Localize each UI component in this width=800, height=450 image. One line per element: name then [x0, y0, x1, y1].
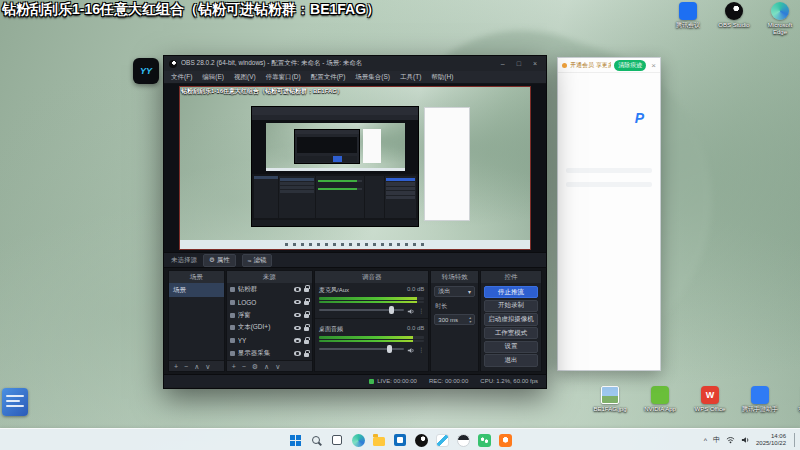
desktop-icon-tencent-meeting[interactable]: 腾讯会议: [670, 2, 706, 36]
clear-traces-button[interactable]: 清除痕迹: [614, 60, 646, 71]
spin-down-icon[interactable]: ▾: [469, 320, 471, 324]
minimize-button[interactable]: –: [497, 60, 509, 67]
control-button-obs[interactable]: 退出: [484, 354, 538, 366]
visibility-eye-icon[interactable]: [294, 287, 301, 292]
menu-item[interactable]: 场景集合(S): [350, 73, 395, 82]
desktop-icon-game-assistant[interactable]: 腾讯手游助手: [742, 386, 778, 413]
taskbar-app-douyu[interactable]: [497, 432, 513, 448]
source-row[interactable]: YY: [227, 334, 312, 347]
visibility-eye-icon[interactable]: [294, 326, 301, 331]
close-icon[interactable]: ×: [651, 61, 656, 70]
lock-icon[interactable]: [304, 327, 309, 331]
lock-icon[interactable]: [304, 314, 309, 318]
yy-floating-badge[interactable]: YY: [133, 58, 159, 84]
volume-slider[interactable]: [319, 309, 404, 311]
mini2-cleaner-window: [363, 129, 381, 163]
taskbar-app-search[interactable]: [308, 432, 324, 448]
taskbar-app-obs-studio[interactable]: [413, 432, 429, 448]
display-capture-preview[interactable]: 钻粉刮刮乐1-16任意大红组合（钻粉可进钻粉群：BE1FAG）: [180, 87, 530, 249]
properties-button[interactable]: ⚙ 属性: [203, 254, 236, 267]
menu-item[interactable]: 帮助(H): [426, 73, 458, 82]
mixer-options-icon[interactable]: ⋮: [418, 307, 424, 314]
scenes-tool-icon[interactable]: −: [184, 363, 188, 370]
spinner-arrows[interactable]: ▴ ▾: [469, 316, 471, 324]
tray-expand-chevron[interactable]: ^: [704, 437, 707, 444]
menu-item[interactable]: 配置文件(P): [306, 73, 351, 82]
lock-icon[interactable]: [304, 288, 309, 292]
sources-dock-title[interactable]: 来源: [227, 271, 312, 283]
clock[interactable]: 14:06 2025/10/22: [756, 433, 786, 447]
menu-item[interactable]: 停靠窗口(D): [261, 73, 306, 82]
scenes-dock-title[interactable]: 场景: [169, 271, 224, 283]
desktop-icon-be1fag-image[interactable]: BE1FAG.jpg: [592, 386, 628, 413]
source-row[interactable]: 浮窗: [227, 309, 312, 322]
taskbar-app-store[interactable]: [392, 432, 408, 448]
control-button-obs[interactable]: 开始录制: [484, 300, 538, 312]
source-row[interactable]: 显示器采集: [227, 347, 312, 360]
scenes-tool-icon[interactable]: ∨: [205, 363, 210, 370]
sources-tool-icon[interactable]: ∧: [264, 363, 269, 370]
taskbar-app-task-view[interactable]: [329, 432, 345, 448]
desktop-icon-microsoft-edge[interactable]: Microsoft Edge: [762, 2, 798, 36]
control-button-obs[interactable]: 工作室模式: [484, 327, 538, 339]
obs-titlebar[interactable]: OBS 28.0.2 (64-bit, windows) - 配置文件: 未命名…: [164, 56, 546, 71]
desktop-icon-project-folder[interactable]: 项目文件: [792, 386, 800, 413]
show-desktop-button[interactable]: [794, 433, 796, 447]
sources-tool-icon[interactable]: ⚙: [252, 363, 258, 370]
menu-item[interactable]: 视图(V): [229, 73, 261, 82]
desktop-icons-bottom-right: BE1FAG.jpgNVIDIA AppWWPS Office腾讯手游助手项目文…: [592, 386, 800, 413]
menu-item[interactable]: 工具(T): [395, 73, 426, 82]
taskbar-app-wechat[interactable]: [476, 432, 492, 448]
control-button-obs[interactable]: 启动虚拟摄像机: [484, 313, 538, 325]
countdown-widget-tile[interactable]: [2, 388, 28, 416]
filters-button[interactable]: ≈ 滤镜: [242, 254, 273, 267]
taskbar-app-edge[interactable]: [350, 432, 366, 448]
scenes-tool-icon[interactable]: ∧: [194, 363, 199, 370]
lock-icon[interactable]: [304, 340, 309, 344]
source-row[interactable]: 钻粉群: [227, 283, 312, 296]
menu-item[interactable]: 文件(F): [166, 73, 197, 82]
sources-tool-icon[interactable]: +: [232, 363, 236, 370]
ime-indicator[interactable]: 中: [713, 435, 720, 445]
visibility-eye-icon[interactable]: [294, 313, 301, 318]
scene-item[interactable]: 场景: [169, 283, 224, 297]
source-row[interactable]: 文本(GDI+): [227, 321, 312, 334]
visibility-eye-icon[interactable]: [294, 351, 301, 356]
close-button[interactable]: ×: [529, 60, 541, 67]
speaker-icon[interactable]: [407, 340, 415, 358]
slider-knob[interactable]: [389, 306, 394, 314]
control-button-stop-streaming[interactable]: 停止推流: [484, 286, 538, 298]
obs-preview-area[interactable]: 钻粉刮刮乐1-16任意大红组合（钻粉可进钻粉群：BE1FAG）: [164, 84, 546, 252]
maximize-button[interactable]: □: [513, 60, 525, 67]
mixer-options-icon[interactable]: ⋮: [418, 346, 424, 353]
no-source-label: 未选择源: [171, 256, 197, 265]
audio-mixer-dock: 调音器 麦克风/Aux0.0 dB⋮桌面音频0.0 dB⋮: [314, 270, 429, 372]
menu-item[interactable]: 编辑(E): [197, 73, 229, 82]
taskbar-app-start[interactable]: [287, 432, 303, 448]
taskbar-app-yy[interactable]: [434, 432, 450, 448]
lock-icon[interactable]: [304, 353, 309, 357]
visibility-eye-icon[interactable]: [294, 338, 301, 343]
control-button-obs[interactable]: 设置: [484, 341, 538, 353]
slider-knob[interactable]: [387, 345, 392, 353]
speaker-icon[interactable]: [407, 301, 415, 319]
volume-slider[interactable]: [319, 348, 404, 350]
desktop-icon-obs-studio[interactable]: OBS Studio: [716, 2, 752, 36]
desktop-icon-nvidia-app[interactable]: NVIDIA App: [642, 386, 678, 413]
source-row[interactable]: LOGO: [227, 296, 312, 309]
wifi-icon[interactable]: [726, 436, 735, 444]
taskbar-app-file-explorer[interactable]: [371, 432, 387, 448]
transitions-dock-title[interactable]: 转场特效: [431, 271, 478, 283]
controls-dock-title[interactable]: 控件: [481, 271, 541, 283]
volume-icon[interactable]: [741, 436, 750, 444]
transition-duration-spinbox[interactable]: 300 ms ▴ ▾: [434, 314, 475, 325]
desktop-icon-wps-office[interactable]: WWPS Office: [692, 386, 728, 413]
taskbar-app-qq[interactable]: [455, 432, 471, 448]
mixer-dock-title[interactable]: 调音器: [315, 271, 428, 283]
scenes-tool-icon[interactable]: +: [174, 363, 178, 370]
transition-select[interactable]: 淡出 ▾: [434, 286, 475, 297]
visibility-eye-icon[interactable]: [294, 300, 301, 305]
sources-tool-icon[interactable]: −: [242, 363, 246, 370]
sources-tool-icon[interactable]: ∨: [275, 363, 280, 370]
lock-icon[interactable]: [304, 301, 309, 305]
